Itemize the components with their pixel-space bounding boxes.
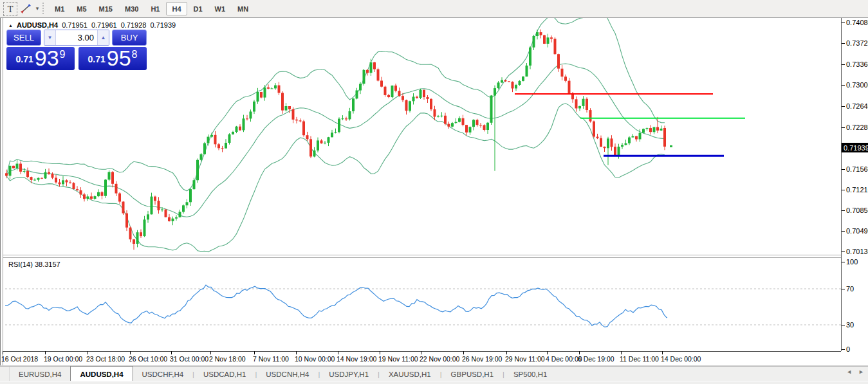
top-toolbar: T ▾ M1M5M15M30H1H4D1W1MN [0, 0, 868, 17]
time-axis-label: 10 Nov 00:00 [295, 355, 335, 363]
tab-usdchf-h4[interactable]: USDCHF,H4 [133, 367, 193, 381]
volume-spinner: ▼ 3.00 ▲ [44, 30, 109, 46]
price-axis-label: 0.72280 [846, 123, 868, 131]
price-axis-label: 0.74080 [846, 19, 868, 26]
tab-usdcnh-h4[interactable]: USDCNH,H4 [257, 367, 318, 381]
time-axis-label: 4 Dec 00:00 [546, 355, 582, 363]
tab-eurusd-h4[interactable]: EURUSD,H4 [10, 367, 70, 381]
buy-button[interactable]: BUY [112, 30, 147, 46]
text-tool-icon[interactable]: T [3, 2, 17, 16]
tab-audusd-h4[interactable]: AUDUSD,H4 [70, 366, 133, 381]
time-axis-label: 14 Dec 00:00 [661, 355, 701, 363]
rsi-axis-label: 70 [846, 285, 854, 293]
toolbar-grip [42, 3, 46, 14]
time-axis-label: 31 Oct 00:00 [170, 355, 208, 363]
time-axis-label: 11 Dec 11:00 [620, 355, 659, 363]
time-axis-label: 16 Oct 2018 [1, 355, 38, 363]
timeframe-button-w1[interactable]: W1 [209, 2, 232, 15]
time-axis-label: 14 Nov 19:00 [337, 355, 376, 363]
buy-price-display[interactable]: 0.71 95 8 [78, 47, 147, 70]
price-axis-label: 0.71210 [846, 186, 868, 194]
ohlc-close: 0.71939 [150, 21, 176, 29]
one-click-trading-panel: SELL ▼ 3.00 ▲ BUY 0.71 93 9 0.71 95 8 [6, 30, 147, 70]
price-axis-label: 0.73720 [846, 39, 868, 47]
tab-usdjpy-h1[interactable]: USDJPY,H1 [320, 367, 378, 381]
time-axis-label: 2 Nov 18:00 [209, 355, 246, 363]
tab-scroll-left-icon[interactable]: ◄ [846, 369, 852, 375]
price-axis-label: 0.73360 [846, 60, 868, 68]
timeframe-button-h1[interactable]: H1 [145, 2, 165, 15]
price-axis-label: 0.70490 [846, 227, 868, 235]
timeframe-button-m15[interactable]: M15 [93, 2, 118, 15]
rsi-axis-label: 100 [846, 258, 858, 266]
time-axis-label: 19 Oct 00:00 [44, 355, 82, 363]
volume-decrease-button[interactable]: ▼ [44, 30, 56, 45]
time-axis-label: 22 Nov 00:00 [420, 355, 459, 363]
crosshair-arrows-icon[interactable] [19, 2, 32, 15]
buy-price-prefix: 0.71 [88, 50, 106, 69]
timeframe-button-m30[interactable]: M30 [119, 2, 144, 15]
sell-price-prefix: 0.71 [16, 50, 33, 69]
tab-bar-lead [0, 367, 10, 381]
price-axis-label: 0.73000 [846, 81, 868, 89]
tab-xauusd-h1[interactable]: XAUUSD,H1 [380, 367, 440, 381]
chart-title: ▲ AUDUSD,H4 0.71951 0.71961 0.71928 0.71… [8, 21, 176, 29]
price-axis-label: 0.70130 [846, 248, 868, 255]
price-axis-label: 0.72640 [846, 102, 868, 110]
timeframe-button-d1[interactable]: D1 [188, 2, 208, 15]
price-axis-label: 0.70850 [846, 206, 868, 214]
ohlc-high: 0.71961 [91, 21, 117, 29]
time-axis-label: 26 Nov 19:00 [462, 355, 502, 363]
tool-dropdown-caret[interactable]: ▾ [33, 2, 41, 15]
tab-scroll-right-icon[interactable]: ► [858, 369, 864, 375]
symbol-period-label: AUDUSD,H4 [17, 21, 58, 29]
ohlc-low: 0.71928 [121, 21, 147, 29]
timeframe-button-m5[interactable]: M5 [71, 2, 92, 15]
time-axis-label: 7 Nov 11:00 [253, 355, 289, 363]
sell-price-display[interactable]: 0.71 93 9 [6, 47, 75, 70]
rsi-axis-label: 30 [846, 321, 854, 329]
volume-input[interactable]: 3.00 [56, 30, 97, 45]
sell-button[interactable]: SELL [6, 30, 41, 46]
timeframe-button-h4[interactable]: H4 [166, 2, 187, 15]
sell-price-big: 93 [35, 47, 59, 69]
time-axis-label: 23 Oct 18:00 [86, 355, 125, 363]
time-axis-label: 26 Oct 10:00 [129, 355, 167, 363]
rsi-indicator-label: RSI(14) 38.3157 [8, 261, 60, 268]
tab-sp500-h1[interactable]: SP500,H1 [504, 367, 556, 381]
sell-price-sup: 9 [60, 50, 66, 60]
volume-increase-button[interactable]: ▲ [97, 30, 109, 45]
window-marker-icon: ▲ [8, 23, 13, 28]
chart-tab-bar: EURUSD,H4AUDUSD,H4USDCHF,H4|USDCAD,H1|US… [0, 366, 868, 381]
arrows-glyph [21, 4, 31, 14]
timeframe-button-m1[interactable]: M1 [49, 2, 70, 15]
timeframe-bar: M1M5M15M30H1H4D1W1MN [49, 2, 255, 15]
rsi-plot [5, 285, 841, 327]
rsi-axis-label: 0 [846, 345, 850, 353]
buy-price-sup: 8 [132, 50, 138, 60]
current-price-tag: 0.71939 [842, 143, 868, 152]
ohlc-open: 0.71951 [62, 21, 88, 29]
tab-gbpusd-h1[interactable]: GBPUSD,H1 [442, 367, 503, 381]
tab-usdcad-h1[interactable]: USDCAD,H1 [194, 367, 255, 381]
time-axis-label: 6 Dec 19:00 [578, 355, 614, 363]
time-axis-label: 19 Nov 11:00 [378, 355, 418, 363]
timeframe-button-mn[interactable]: MN [232, 2, 254, 15]
terminal-window: T ▾ M1M5M15M30H1H4D1W1MN ▲ AUDUSD,H4 0.7… [0, 0, 868, 384]
price-axis-label: 0.71560 [846, 165, 868, 173]
tab-scroll-controls: ◄ ► [846, 369, 864, 375]
window-bottom-strip [0, 381, 868, 384]
time-axis-label: 29 Nov 11:00 [505, 355, 545, 363]
buy-price-big: 95 [107, 47, 131, 69]
